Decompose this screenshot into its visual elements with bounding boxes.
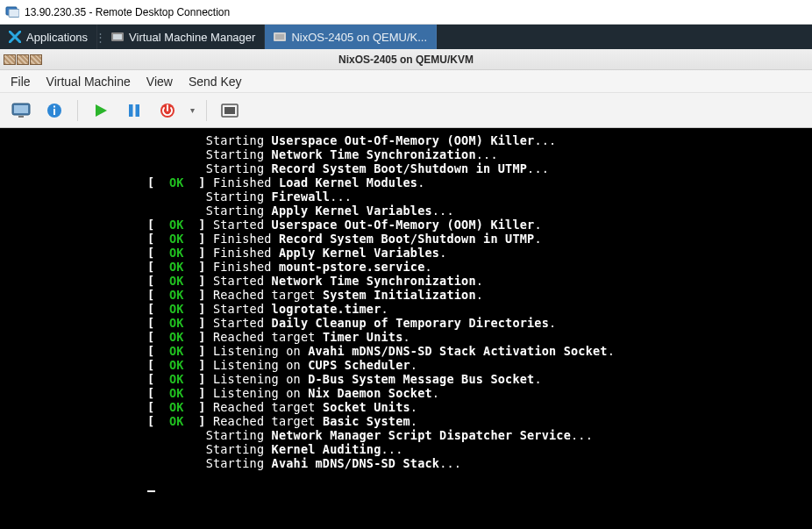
rdp-window-titlebar: 13.90.230.35 - Remote Desktop Connection <box>0 0 812 25</box>
menu-view[interactable]: View <box>146 75 173 89</box>
boot-log-line: Starting Network Manager Script Dispatch… <box>0 428 812 442</box>
shutdown-button[interactable] <box>153 98 182 123</box>
fullscreen-button[interactable] <box>216 98 244 123</box>
boot-log-line: [ OK ] Started logrotate.timer. <box>0 302 812 316</box>
boot-log-line: [ OK ] Listening on CUPS Scheduler. <box>0 358 812 372</box>
info-icon <box>46 102 63 119</box>
svg-rect-5 <box>275 34 284 39</box>
pause-icon <box>126 103 142 118</box>
svg-rect-7 <box>14 105 28 113</box>
boot-log-line: [ OK ] Finished Record System Boot/Shutd… <box>0 232 812 246</box>
show-console-button[interactable] <box>7 98 35 123</box>
boot-log-line: [ OK ] Reached target Basic System. <box>0 414 812 428</box>
boot-log-line: [ OK ] Reached target System Initializat… <box>0 288 812 302</box>
svg-rect-8 <box>18 116 24 118</box>
vm-window-icon <box>274 32 286 42</box>
boot-log-line: Starting Apply Kernel Variables... <box>0 204 812 218</box>
boot-log-line: [ OK ] Listening on Nix Daemon Socket. <box>0 386 812 400</box>
boot-log-line: Starting Network Time Synchronization... <box>0 147 812 161</box>
boot-log-line: [ OK ] Started Network Time Synchronizat… <box>0 274 812 288</box>
vm-titlebar-app-icon <box>4 54 42 65</box>
run-button[interactable] <box>87 98 115 123</box>
menu-file[interactable]: File <box>11 75 31 89</box>
vm-window-title: NixOS-2405 on QEMU/KVM <box>0 54 812 66</box>
boot-log-line: Starting Avahi mDNS/DNS-SD Stack... <box>0 456 812 470</box>
vm-toolbar: ▾ <box>0 93 812 128</box>
svg-marker-12 <box>96 104 107 117</box>
svg-rect-14 <box>136 104 140 117</box>
svg-rect-1 <box>9 9 19 17</box>
rdp-window-title: 13.90.230.35 - Remote Desktop Connection <box>25 6 230 18</box>
vm-menubar: File Virtual Machine View Send Key <box>0 70 812 93</box>
fullscreen-icon <box>221 104 239 118</box>
toolbar-separator-2 <box>206 100 207 121</box>
boot-log-line: Starting Userspace Out-Of-Memory (OOM) K… <box>0 133 812 147</box>
console-cursor <box>147 490 155 492</box>
boot-log-line: Starting Record System Boot/Shutdown in … <box>0 161 812 175</box>
boot-log-line: [ OK ] Finished mount-pstore.service. <box>0 260 812 274</box>
applications-menu-label: Applications <box>26 31 88 44</box>
boot-log-line: [ OK ] Started Userspace Out-Of-Memory (… <box>0 218 812 232</box>
show-details-button[interactable] <box>40 98 68 123</box>
power-icon <box>159 102 176 119</box>
vmm-icon <box>111 32 124 42</box>
boot-log-line: [ OK ] Started Daily Cleanup of Temporar… <box>0 316 812 330</box>
svg-rect-11 <box>53 105 55 107</box>
vm-window-titlebar: NixOS-2405 on QEMU/KVM <box>0 49 812 70</box>
boot-log-line: Starting Kernel Auditing... <box>0 442 812 456</box>
xfce-logo-icon <box>9 31 21 43</box>
boot-log-line: [ OK ] Reached target Timer Units. <box>0 330 812 344</box>
taskbar-item-vm-window[interactable]: NixOS-2405 on QEMU/K... <box>265 25 437 49</box>
boot-log-line: [ OK ] Listening on Avahi mDNS/DNS-SD St… <box>0 344 812 358</box>
taskbar-item-vm-window-label: NixOS-2405 on QEMU/K... <box>291 31 427 44</box>
taskbar-item-vmm-label: Virtual Machine Manager <box>129 31 255 44</box>
svg-rect-3 <box>113 34 122 39</box>
svg-rect-13 <box>129 104 133 117</box>
svg-rect-10 <box>53 109 55 115</box>
rdp-icon <box>5 5 19 19</box>
desktop-taskbar: Applications ⋮ Virtual Machine Manager N… <box>0 25 812 49</box>
applications-menu-button[interactable]: Applications <box>0 25 97 49</box>
boot-log-line: [ OK ] Finished Apply Kernel Variables. <box>0 246 812 260</box>
boot-log-line: [ OK ] Finished Load Kernel Modules. <box>0 175 812 189</box>
shutdown-menu-caret[interactable]: ▾ <box>187 105 197 115</box>
svg-rect-17 <box>224 107 235 114</box>
taskbar-item-vmm[interactable]: Virtual Machine Manager <box>103 25 265 49</box>
play-icon <box>93 103 109 118</box>
menu-virtual-machine[interactable]: Virtual Machine <box>46 75 131 89</box>
boot-log-line: [ OK ] Listening on D-Bus System Message… <box>0 372 812 386</box>
pause-button[interactable] <box>120 98 148 123</box>
boot-log-line: [ OK ] Reached target Socket Units. <box>0 400 812 414</box>
monitor-icon <box>11 103 31 118</box>
toolbar-separator <box>77 100 78 121</box>
boot-log-line: Starting Firewall... <box>0 189 812 204</box>
vm-console[interactable]: Starting Userspace Out-Of-Memory (OOM) K… <box>0 128 812 529</box>
menu-send-key[interactable]: Send Key <box>189 75 242 89</box>
